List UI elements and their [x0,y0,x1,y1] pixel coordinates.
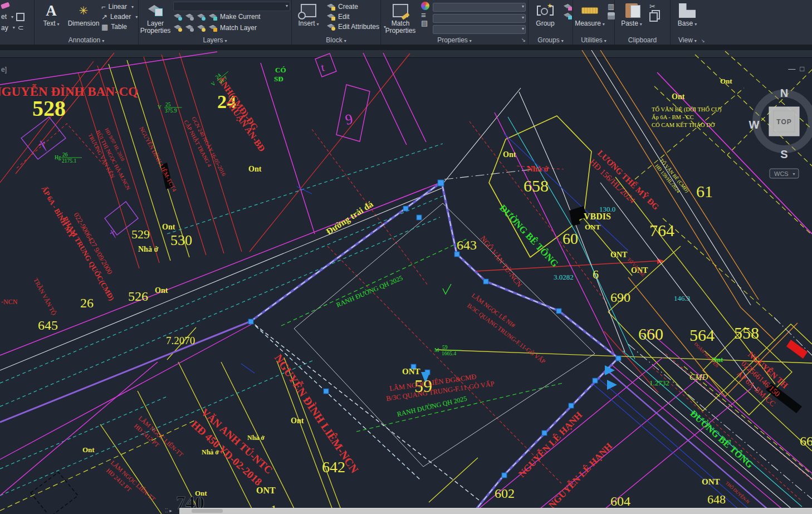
viewcube[interactable]: N W S TOP WCS ▼ [749,87,812,178]
group-icon: ★ [537,4,554,17]
insert-button[interactable]: Insert▾ [294,1,323,29]
viewcube-south[interactable]: S [780,148,787,160]
overflow-item-a[interactable]: et▾ [1,12,25,22]
create-block-button[interactable]: Create [326,2,386,12]
lineweight-icon[interactable]: ≡ [421,11,429,18]
layer-thaw-icon[interactable] [197,25,206,32]
dimension-button[interactable]: ✳ Dimension [69,1,98,28]
fraction-text: 26 [62,152,68,158]
properties-dialog-launcher[interactable]: ↘ [521,37,526,43]
annotation-label: ONT [402,367,420,376]
owner-label: TRẦN VĂN TỘ [32,277,57,316]
map-symbol: † [36,137,51,155]
status-glyphs: ⁚⁚ ▸ [165,508,172,513]
utilities-panel: Measure▾ ▥ Utilities▾ [573,0,615,45]
map-symbol: † [107,227,119,240]
match-layer-button[interactable]: Match Layer [220,24,257,32]
table-icon: ▦ [101,23,108,31]
road-label: Đường trải đá [324,199,375,237]
dimension-label: 146.3 [674,294,690,302]
layer-unlock-icon[interactable] [208,25,217,32]
leader-icon: ↗ [101,13,107,21]
clip-icon: ⊂ [18,24,24,31]
layer-selector[interactable]: ▾ [173,2,290,11]
utilities-panel-label[interactable]: Utilities▾ [573,36,614,44]
make-current-button[interactable]: Make Current [220,13,261,21]
fraction-text: 59 [442,345,448,350]
parcel-number: 526 [128,289,148,303]
viewcube-west[interactable]: W [749,119,760,131]
map-labels: 5282452953052626645643596427407441658606… [0,61,812,514]
layer-on-icon[interactable] [173,13,182,21]
parcel-number: 529 [131,227,150,241]
annotation-panel-label[interactable]: Annotation▾ [35,36,138,44]
owner-label: NGUYỄN ĐÌNH LIÊM-TCT4 [138,125,178,193]
layer-freeze-icon[interactable] [197,13,206,21]
annotation-label: Ont [291,417,304,425]
layer-off-icon[interactable] [173,25,182,32]
ungroup-icon[interactable] [563,3,572,11]
paste-button[interactable]: Paste▾ [617,1,646,29]
drawing-canvas[interactable]: e] —□ [0,50,812,514]
survey-fraction: Hg262175.1 [55,152,82,164]
road-label: ĐƯỜNG BÊ TÔNG [497,203,560,269]
viewcube-top-label[interactable]: TOP [776,118,791,126]
annotation-label: CMĐ [689,373,708,381]
edit-block-button[interactable]: Edit [326,12,386,22]
color-wheel-icon[interactable] [421,2,429,10]
leader-button[interactable]: ↗Leader▾ [101,12,138,22]
quick-select-icon[interactable]: ▥ [608,3,615,10]
layer-lock-icon[interactable] [208,13,217,21]
parcel-number: 660 [638,325,663,343]
group-button[interactable]: ★ Group [531,1,560,28]
ribbon-gap [0,45,812,50]
layers-panel-label[interactable]: Layers▾ [139,36,291,44]
edit-attributes-button[interactable]: Edit Attributes▾ [326,22,386,32]
parcel-number: 530 [170,232,192,248]
edit-attributes-icon [326,23,335,31]
measure-button[interactable]: Measure▾ [575,1,604,29]
lineweight-select[interactable]: ▾ [433,14,526,23]
linetype-icon[interactable]: ▤ [421,19,429,27]
group-edit-icon[interactable] [563,12,572,19]
calculator-icon[interactable] [608,12,615,19]
linetype-select[interactable]: ▾ [433,25,526,34]
block-panel-label[interactable]: Block▾ [292,36,380,44]
parcel-number: 26 [80,296,94,310]
parcel-number: 61 [696,182,713,200]
base-button[interactable]: Base▾ [673,1,702,29]
overflow-item-b[interactable]: ay▾⊂ [1,23,24,32]
color-select[interactable]: ▾ [433,3,526,12]
match-properties-button[interactable]: Match Properties [383,1,418,36]
viewcube-north[interactable]: N [780,87,788,99]
linear-button[interactable]: ⌐Linear▾ [101,2,138,12]
layer-isolate-icon[interactable] [185,13,194,21]
copy-icon[interactable] [649,12,658,22]
annotation-label: Nhà ở [527,164,549,173]
fraction-text: Hg [55,155,61,160]
bottom-dock-bar[interactable] [179,508,812,514]
annotation-label: Nhà ở [247,434,265,442]
view-panel-label[interactable]: View▾↘ [671,36,812,44]
groups-panel-label[interactable]: Groups▾ [529,36,573,44]
annotation-label: Ont [82,446,95,454]
parcel-number: 604 [610,494,630,508]
yellow-boundary-lines [100,60,812,514]
annotation-label: Ont [195,489,207,497]
text-button[interactable]: A Text▾ [37,1,66,29]
parcel-number: 564 [689,326,715,344]
insert-icon [301,4,316,17]
parcel-number: 690 [610,290,630,305]
dock-widget[interactable] [192,509,223,513]
layer-properties-button[interactable]: Layer Properties [141,1,170,36]
properties-panel-label[interactable]: Properties▾ [381,36,528,44]
wcs-caret-icon: ▼ [792,172,796,176]
cut-icon[interactable]: ✂ [649,3,658,10]
layer-unisolate-icon[interactable] [185,25,194,32]
annotation-label: VBDIS [584,212,611,221]
dimension-icon: ✳ [79,2,89,19]
layer-properties-icon [148,5,163,16]
wcs-label[interactable]: WCS [774,170,789,177]
owner-label: NGUYỄN ĐÌNH LIÊM-NCN [272,351,362,476]
table-button[interactable]: ▦Table [101,22,138,32]
